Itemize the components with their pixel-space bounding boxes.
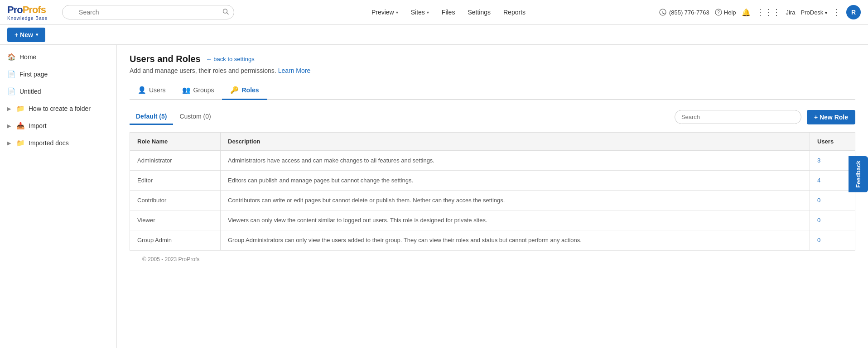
jira-link[interactable]: Jira <box>786 9 796 16</box>
main-nav: Preview ▾ Sites ▾ Files Settings Reports <box>245 5 652 19</box>
phone-icon <box>659 9 666 16</box>
notification-bell-icon[interactable]: 🔔 <box>742 8 751 17</box>
import-icon: 📥 <box>16 122 25 130</box>
apps-grid-icon[interactable]: ⋮⋮⋮ <box>756 7 781 17</box>
svg-text:?: ? <box>717 10 720 15</box>
sidebar: 🏠 Home 📄 First page 📄 Untitled ▶ 📁 How t… <box>0 45 117 348</box>
cell-description: Viewers can only view the content simila… <box>221 210 810 230</box>
page-subtitle: Add and manage users, their roles and pe… <box>130 67 855 74</box>
table-row: Group Admin Group Administrators can onl… <box>130 230 855 250</box>
logo[interactable]: ProProfs Knowledge Base <box>7 4 48 21</box>
folder-icon: 📁 <box>16 105 25 113</box>
page-header: Users and Roles ← back to settings Add a… <box>130 54 855 74</box>
cell-role-name: Group Admin <box>130 230 221 250</box>
phone-link[interactable]: (855) 776-7763 <box>659 9 709 16</box>
cell-role-name: Viewer <box>130 210 221 230</box>
search-input[interactable] <box>62 5 234 19</box>
search-bar <box>62 5 234 19</box>
back-to-settings-link[interactable]: ← back to settings <box>206 56 255 62</box>
cell-description: Contributors can write or edit pages but… <box>221 191 810 210</box>
logo-subtitle: Knowledge Base <box>7 16 48 21</box>
sidebar-item-first-page[interactable]: 📄 First page <box>0 66 116 83</box>
roles-table: Role Name Description Users Administrato… <box>130 132 855 250</box>
table-row: Contributor Contributors can write or ed… <box>130 191 855 210</box>
users-icon: 👤 <box>138 86 146 94</box>
col-header-users: Users <box>810 133 855 151</box>
sub-tab-default[interactable]: Default (5) <box>130 109 173 125</box>
nav-sites[interactable]: Sites ▾ <box>405 5 434 19</box>
cell-users: 0 <box>810 210 855 230</box>
col-header-description: Description <box>221 133 810 151</box>
nav-reports[interactable]: Reports <box>498 5 531 19</box>
table-row: Administrator Administrators have access… <box>130 151 855 171</box>
top-right-actions: (855) 776-7763 ? Help 🔔 ⋮⋮⋮ Jira ProDesk… <box>659 5 861 19</box>
sidebar-item-folder[interactable]: ▶ 📁 How to create a folder <box>0 100 116 117</box>
table-row: Editor Editors can publish and manage pa… <box>130 171 855 191</box>
tab-groups[interactable]: 👥 Groups <box>174 81 222 100</box>
second-bar: + New ▾ <box>0 25 868 45</box>
feedback-label: Feedback <box>849 156 868 192</box>
cell-description: Group Administrators can only view the u… <box>221 230 810 250</box>
sub-tabs-row: Default (5) Custom (0) + New Role <box>130 109 855 125</box>
sidebar-item-imported-docs[interactable]: ▶ 📁 Imported docs <box>0 134 116 152</box>
learn-more-link[interactable]: Learn More <box>278 67 311 74</box>
home-icon: 🏠 <box>7 53 16 61</box>
content-area: Users and Roles ← back to settings Add a… <box>117 45 868 348</box>
phone-number: (855) 776-7763 <box>669 9 709 16</box>
feedback-tab[interactable]: Feedback <box>849 156 868 192</box>
sub-tabs: Default (5) Custom (0) <box>130 109 217 125</box>
roles-icon: 🔑 <box>230 86 239 94</box>
chevron-down-icon: ▾ <box>825 10 827 15</box>
main-tabs: 👤 Users 👥 Groups 🔑 Roles <box>130 81 855 100</box>
new-button[interactable]: + New ▾ <box>7 28 45 42</box>
cell-users: 0 <box>810 191 855 210</box>
chevron-right-icon: ▶ <box>7 123 11 129</box>
col-header-role-name: Role Name <box>130 133 221 151</box>
sidebar-item-home[interactable]: 🏠 Home <box>0 48 116 66</box>
sub-tabs-actions: + New Role <box>675 110 855 124</box>
roles-search-input[interactable] <box>675 110 801 124</box>
table-row: Viewer Viewers can only view the content… <box>130 210 855 230</box>
help-label: Help <box>724 9 736 16</box>
help-icon: ? <box>715 9 722 16</box>
chevron-right-icon: ▶ <box>7 140 11 146</box>
cell-description: Administrators have access and can make … <box>221 151 810 171</box>
groups-icon: 👥 <box>182 86 191 94</box>
sub-tab-custom[interactable]: Custom (0) <box>173 109 217 125</box>
page-icon: 📄 <box>7 70 16 78</box>
cell-role-name: Editor <box>130 171 221 191</box>
help-link[interactable]: ? Help <box>715 9 736 16</box>
chevron-down-icon: ▾ <box>396 10 398 15</box>
folder-icon: 📁 <box>16 139 25 147</box>
cell-description: Editors can publish and manage pages but… <box>221 171 810 191</box>
prodesk-link[interactable]: ProDesk ▾ <box>801 9 827 16</box>
tab-users[interactable]: 👤 Users <box>130 81 174 100</box>
cell-role-name: Contributor <box>130 191 221 210</box>
chevron-down-icon: ▾ <box>427 10 429 15</box>
sidebar-item-untitled[interactable]: 📄 Untitled <box>0 83 116 100</box>
nav-files[interactable]: Files <box>436 5 461 19</box>
tab-roles[interactable]: 🔑 Roles <box>222 81 267 100</box>
page-icon: 📄 <box>7 87 16 95</box>
more-options-icon[interactable]: ⋮ <box>833 7 841 17</box>
footer: © 2005 - 2023 ProProfs <box>130 250 855 268</box>
cell-role-name: Administrator <box>130 151 221 171</box>
page-title: Users and Roles <box>130 54 201 64</box>
nav-settings[interactable]: Settings <box>462 5 496 19</box>
chevron-right-icon: ▶ <box>7 106 11 112</box>
sidebar-item-import[interactable]: ▶ 📥 Import <box>0 117 116 134</box>
cell-users: 0 <box>810 230 855 250</box>
chevron-down-icon: ▾ <box>36 32 38 37</box>
avatar[interactable]: R <box>846 5 861 19</box>
new-role-button[interactable]: + New Role <box>807 110 855 124</box>
nav-preview[interactable]: Preview ▾ <box>366 5 404 19</box>
